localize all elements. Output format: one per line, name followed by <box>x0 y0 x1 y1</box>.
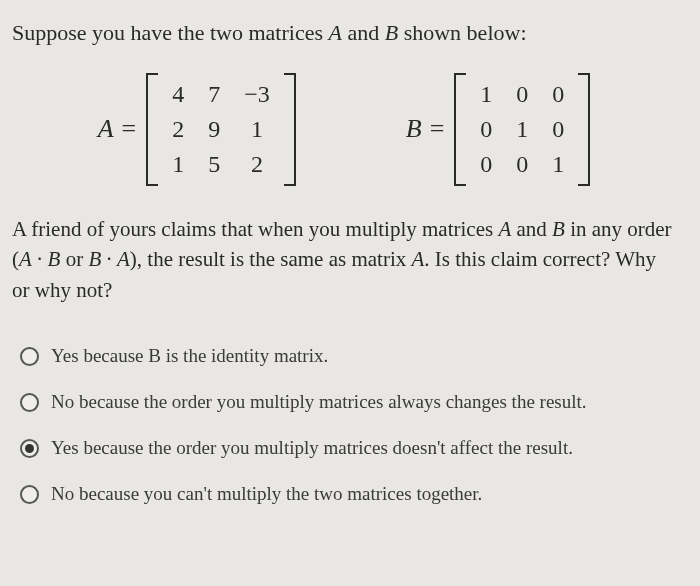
matrix-b: 1 0 0 0 1 0 0 0 1 <box>454 73 590 186</box>
q-var: B <box>88 247 101 271</box>
option-3[interactable]: Yes because the order you multiply matri… <box>20 437 676 459</box>
q-var: A <box>19 247 32 271</box>
intro-text-part: and <box>342 20 385 45</box>
matrix-cell: 9 <box>196 112 232 147</box>
q-var: B <box>48 247 61 271</box>
intro-text-part: shown below: <box>398 20 526 45</box>
matrix-cell: 0 <box>540 77 576 112</box>
q-var: B <box>552 217 565 241</box>
matrix-cell: 0 <box>540 112 576 147</box>
matrix-cell: 4 <box>160 77 196 112</box>
matrix-a: 4 7 −3 2 9 1 1 5 2 <box>146 73 296 186</box>
option-label: Yes because B is the identity matrix. <box>51 345 328 367</box>
matrices-row: A = 4 7 −3 2 9 1 1 5 <box>12 73 676 186</box>
radio-icon[interactable] <box>20 347 39 366</box>
option-1[interactable]: Yes because B is the identity matrix. <box>20 345 676 367</box>
matrix-b-block: B = 1 0 0 0 1 0 0 0 <box>406 73 591 186</box>
option-2[interactable]: No because the order you multiply matric… <box>20 391 676 413</box>
matrix-cell: 0 <box>468 147 504 182</box>
q-part: or <box>60 247 88 271</box>
q-part: A friend of yours claims that when you m… <box>12 217 498 241</box>
q-part: and <box>511 217 552 241</box>
var-a: A <box>329 20 342 45</box>
matrix-cell: 2 <box>232 147 282 182</box>
q-part: · <box>101 247 117 271</box>
option-label: Yes because the order you multiply matri… <box>51 437 573 459</box>
q-part: · <box>32 247 48 271</box>
radio-icon[interactable] <box>20 485 39 504</box>
options-group: Yes because B is the identity matrix. No… <box>12 345 676 505</box>
matrix-cell: −3 <box>232 77 282 112</box>
question-page: Suppose you have the two matrices A and … <box>0 0 700 549</box>
matrix-cell: 0 <box>504 147 540 182</box>
radio-icon[interactable] <box>20 439 39 458</box>
question-text: A friend of yours claims that when you m… <box>12 214 676 305</box>
option-label: No because you can't multiply the two ma… <box>51 483 482 505</box>
matrix-b-name: B <box>406 114 422 144</box>
matrix-cell: 5 <box>196 147 232 182</box>
q-var: A <box>498 217 511 241</box>
option-label: No because the order you multiply matric… <box>51 391 587 413</box>
matrix-a-name: A <box>98 114 114 144</box>
intro-text-part: Suppose you have the two matrices <box>12 20 329 45</box>
matrix-cell: 0 <box>468 112 504 147</box>
matrix-cell: 1 <box>232 112 282 147</box>
matrix-cell: 2 <box>160 112 196 147</box>
matrix-cell: 0 <box>504 77 540 112</box>
matrix-cell: 1 <box>540 147 576 182</box>
radio-icon[interactable] <box>20 393 39 412</box>
equals-sign: = <box>430 114 445 144</box>
matrix-cell: 7 <box>196 77 232 112</box>
matrix-a-block: A = 4 7 −3 2 9 1 1 5 <box>98 73 296 186</box>
matrix-cell: 1 <box>160 147 196 182</box>
var-b: B <box>385 20 398 45</box>
q-part: ), the result is the same as matrix <box>130 247 412 271</box>
q-var: A <box>412 247 425 271</box>
matrix-cell: 1 <box>504 112 540 147</box>
equals-sign: = <box>122 114 137 144</box>
matrix-cell: 1 <box>468 77 504 112</box>
option-4[interactable]: No because you can't multiply the two ma… <box>20 483 676 505</box>
q-var: A <box>117 247 130 271</box>
intro-text: Suppose you have the two matrices A and … <box>12 18 676 49</box>
